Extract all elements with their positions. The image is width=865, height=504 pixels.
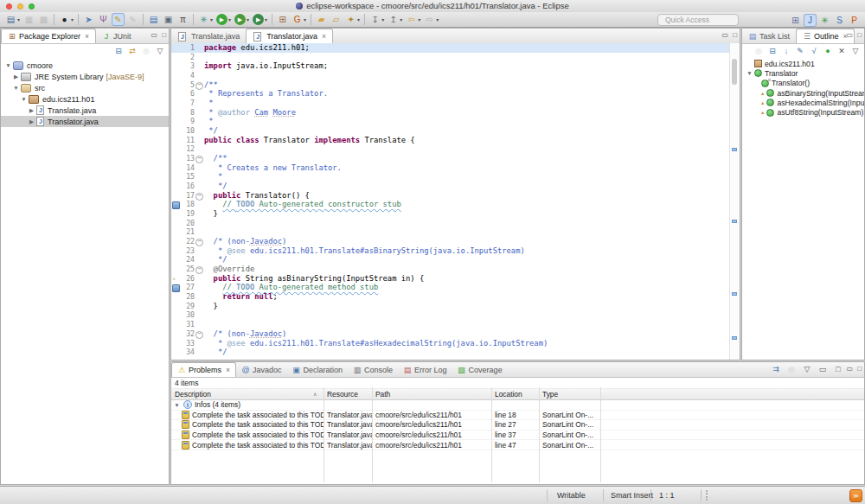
- code-line-13[interactable]: 13− /**: [171, 154, 730, 163]
- close-icon[interactable]: ×: [226, 366, 230, 374]
- fold-collapse-icon[interactable]: −: [195, 82, 203, 90]
- save-all-icon[interactable]: ▩: [37, 13, 50, 26]
- link-with-editor-icon[interactable]: ⇄: [127, 47, 138, 55]
- tab-outline[interactable]: ☰ Outline ×: [796, 29, 855, 43]
- expand-arrow-icon[interactable]: ▶: [12, 73, 20, 80]
- column-divider[interactable]: [372, 387, 373, 482]
- tree-item[interactable]: ▶Translate.java: [1, 105, 169, 116]
- code-line-4[interactable]: 4: [171, 71, 730, 80]
- sonarlint-task-marker-icon[interactable]: [172, 284, 180, 292]
- view-menu-icon[interactable]: ▽: [850, 47, 861, 55]
- focus-icon[interactable]: ◎: [753, 47, 764, 55]
- new-wizard-icon[interactable]: ▤▾: [4, 13, 21, 26]
- dropdown-arrow-icon[interactable]: ▾: [436, 16, 439, 22]
- outline-item[interactable]: ▼Translator: [742, 68, 864, 78]
- zoom-window-button[interactable]: [29, 3, 35, 10]
- highlighter-icon[interactable]: ✎: [112, 13, 125, 26]
- expand-arrow-icon[interactable]: ▶: [28, 107, 35, 114]
- outline-item[interactable]: ▲asBinaryString(InputStream) : String: [742, 88, 864, 98]
- forward-icon[interactable]: ⇨▾: [423, 13, 439, 26]
- overview-ruler[interactable]: [729, 43, 740, 360]
- show-whitespace-icon[interactable]: π: [176, 13, 189, 26]
- tab-package-explorer[interactable]: ⊞ Package Explorer ×: [1, 29, 96, 43]
- hide-non-public-icon[interactable]: ●: [823, 47, 833, 55]
- python-perspective-icon[interactable]: S: [833, 14, 846, 27]
- overview-annotation-marker[interactable]: [732, 148, 737, 151]
- code-line-15[interactable]: 15 *: [171, 172, 730, 182]
- debug-icon[interactable]: ✳▾: [197, 13, 214, 26]
- dropdown-arrow-icon[interactable]: ▾: [247, 16, 249, 22]
- problems-row[interactable]: Complete the task associated to this TOD…: [171, 411, 864, 421]
- dropdown-arrow-icon[interactable]: ▾: [71, 16, 74, 22]
- new-window-icon[interactable]: ▣: [162, 13, 175, 26]
- prev-annotation-icon[interactable]: ↥▾: [387, 13, 403, 26]
- tab-problems[interactable]: ⚠Problems×: [171, 362, 236, 377]
- maximize-icon[interactable]: □: [857, 31, 862, 39]
- code-line-8[interactable]: 8 * @author Cam Moore: [171, 108, 730, 118]
- code-line-34[interactable]: 34 */: [171, 348, 730, 357]
- fold-collapse-icon[interactable]: −: [195, 156, 203, 163]
- tree-item[interactable]: ▶JRE System Library[JavaSE-9]: [1, 71, 169, 82]
- hide-static-icon[interactable]: √: [809, 47, 819, 55]
- code-line-20[interactable]: 20: [171, 219, 730, 228]
- overview-annotation-marker[interactable]: [732, 220, 737, 223]
- filter-icon[interactable]: ⇉: [771, 365, 781, 373]
- minimize-icon[interactable]: ▭: [151, 31, 158, 39]
- collapse-arrow-icon[interactable]: ▼: [20, 96, 28, 102]
- marker-icon[interactable]: ✎: [126, 13, 139, 26]
- minimize-icon[interactable]: ▭: [847, 365, 854, 373]
- run-icon[interactable]: ▶▾: [215, 13, 232, 26]
- code-line-26[interactable]: ▵26 public String asBinaryString(InputSt…: [171, 274, 730, 284]
- code-line-3[interactable]: 3import java.io.InputStream;: [171, 61, 730, 71]
- code-line-28[interactable]: 28 return null;: [171, 292, 730, 302]
- dropdown-arrow-icon[interactable]: ▾: [357, 16, 360, 22]
- tab-declaration[interactable]: ▣Declaration: [287, 363, 349, 377]
- code-line-11[interactable]: 11public class Translator implements Tra…: [171, 136, 730, 145]
- override-marker-icon[interactable]: ▵: [172, 274, 176, 284]
- code-line-10[interactable]: 10 */: [171, 126, 730, 136]
- tree-item[interactable]: ▼edu.ics211.h01: [1, 93, 169, 105]
- background-progress-icon[interactable]: ≫: [849, 489, 862, 502]
- code-line-6[interactable]: 6 * Represents a Translator.: [171, 89, 730, 99]
- hide-fields-icon[interactable]: ✎: [795, 47, 805, 55]
- overview-annotation-marker[interactable]: [732, 336, 737, 340]
- glassfish-icon[interactable]: G▾: [291, 13, 307, 26]
- collapse-arrow-icon[interactable]: ▼: [746, 70, 753, 76]
- collapse-all-icon[interactable]: ⊟: [767, 47, 778, 55]
- scrollbar-thumb[interactable]: [732, 59, 737, 85]
- code-line-9[interactable]: 9 *: [171, 117, 730, 126]
- tree-item[interactable]: ▼cmoore: [1, 60, 169, 71]
- collapse-arrow-icon[interactable]: ▼: [4, 62, 12, 68]
- code-line-17[interactable]: 17− public Translator() {: [171, 191, 730, 201]
- problems-row[interactable]: Complete the task associated to this TOD…: [171, 431, 864, 441]
- code-line-7[interactable]: 7 *: [171, 99, 730, 108]
- open-type-icon[interactable]: ⊞: [276, 13, 289, 26]
- code-line-18[interactable]: 18 // TODO Auto-generated constructor st…: [171, 200, 730, 209]
- code-line-5[interactable]: 5−/**: [171, 80, 730, 90]
- code-line-21[interactable]: 21: [171, 227, 730, 237]
- sonarlint-task-marker-icon[interactable]: [172, 201, 180, 209]
- save-icon[interactable]: ▦: [22, 13, 35, 26]
- column-header-description[interactable]: Description: [171, 390, 324, 399]
- next-annotation-icon[interactable]: ↧▾: [368, 13, 385, 26]
- dropdown-arrow-icon[interactable]: ▾: [381, 16, 384, 22]
- overview-annotation-marker[interactable]: [732, 292, 737, 296]
- hide-local-types-icon[interactable]: ✕: [836, 47, 847, 55]
- maximize-icon[interactable]: □: [733, 31, 737, 39]
- code-line-29[interactable]: 29 }: [171, 302, 730, 311]
- dropdown-arrow-icon[interactable]: ▾: [17, 16, 20, 22]
- open-perspective-icon[interactable]: ⊞: [789, 14, 802, 27]
- code-line-30[interactable]: 30: [171, 310, 730, 320]
- fold-collapse-icon[interactable]: −: [195, 193, 203, 201]
- tab-console[interactable]: ▥Console: [348, 363, 398, 377]
- code-line-14[interactable]: 14 * Creates a new Translator.: [171, 163, 730, 173]
- column-header-path[interactable]: Path: [372, 390, 491, 399]
- tab-javadoc[interactable]: @Javadoc: [236, 363, 287, 377]
- tab-translator-java[interactable]: Translator.java ×: [246, 29, 333, 43]
- pydev-perspective-icon[interactable]: P: [848, 14, 861, 27]
- collapse-arrow-icon[interactable]: ▼: [173, 402, 181, 408]
- fold-collapse-icon[interactable]: −: [195, 266, 203, 274]
- view-menu-icon[interactable]: ▽: [155, 47, 165, 55]
- account-icon[interactable]: ●▾: [58, 13, 74, 26]
- collapse-all-icon[interactable]: ⊟: [113, 47, 124, 55]
